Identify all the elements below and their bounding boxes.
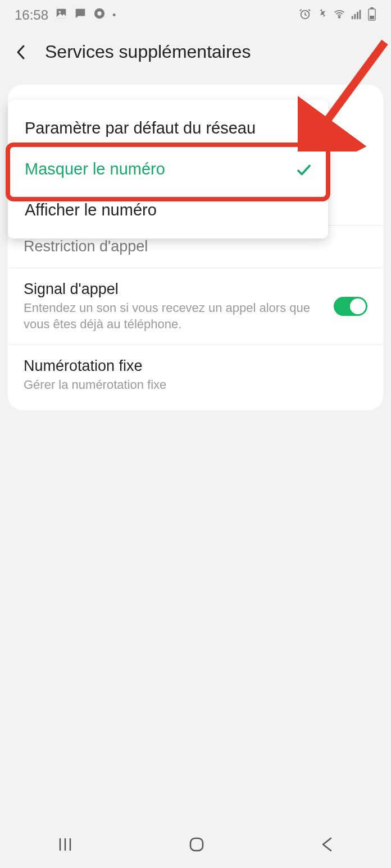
vibrate-icon xyxy=(316,8,328,23)
setting-call-waiting[interactable]: Signal d'appel Entendez un son si vous r… xyxy=(8,268,383,345)
status-right xyxy=(299,7,376,24)
call-waiting-toggle[interactable] xyxy=(334,297,367,316)
alarm-icon xyxy=(299,8,311,23)
check-icon xyxy=(295,162,311,177)
svg-rect-18 xyxy=(190,838,203,851)
popup-option-label: Paramètre par défaut du réseau xyxy=(25,119,256,137)
nav-recent-button[interactable] xyxy=(57,836,74,855)
battery-icon xyxy=(367,7,376,24)
popup-option-label: Masquer le numéro xyxy=(25,160,165,178)
svg-rect-9 xyxy=(360,10,361,19)
svg-point-1 xyxy=(58,11,61,13)
svg-rect-12 xyxy=(370,16,374,19)
status-left: 16:58 • xyxy=(15,7,116,23)
nav-back-button[interactable] xyxy=(320,836,334,855)
svg-rect-8 xyxy=(357,12,358,19)
call-waiting-subtitle: Entendez un son si vous recevez un appel… xyxy=(24,300,334,332)
svg-point-5 xyxy=(339,16,340,18)
fixed-dialing-title: Numérotation fixe xyxy=(24,357,367,375)
call-waiting-title: Signal d'appel xyxy=(24,281,334,298)
status-time: 16:58 xyxy=(15,7,48,23)
svg-rect-7 xyxy=(354,14,356,19)
svg-rect-6 xyxy=(352,16,353,19)
status-bar: 16:58 • xyxy=(0,0,391,30)
popup-option-hide-number[interactable]: Masquer le numéro xyxy=(8,149,328,190)
signal-icon xyxy=(351,8,363,23)
svg-rect-11 xyxy=(370,7,374,9)
popup-option-label: Afficher le numéro xyxy=(25,201,157,219)
svg-point-3 xyxy=(97,11,101,15)
fixed-dialing-subtitle: Gérer la numérotation fixe xyxy=(24,377,367,393)
restriction-title: Restriction d'appel xyxy=(24,238,367,255)
chat-icon xyxy=(74,7,87,23)
nav-bar xyxy=(0,823,391,868)
page-title: Services supplémentaires xyxy=(45,42,251,62)
popup-option-show-number[interactable]: Afficher le numéro xyxy=(8,190,328,231)
wifi-icon xyxy=(333,8,346,23)
dot-icon: • xyxy=(112,10,116,21)
image-icon xyxy=(55,7,67,23)
popup-option-network-default[interactable]: Paramètre par défaut du réseau xyxy=(8,108,328,149)
back-button[interactable] xyxy=(13,44,29,60)
caller-id-popup: Paramètre par défaut du réseau Masquer l… xyxy=(8,100,328,238)
browser-icon xyxy=(93,7,106,23)
nav-home-button[interactable] xyxy=(188,835,206,856)
setting-fixed-dialing[interactable]: Numérotation fixe Gérer la numérotation … xyxy=(8,345,383,406)
header: Services supplémentaires xyxy=(0,30,391,85)
